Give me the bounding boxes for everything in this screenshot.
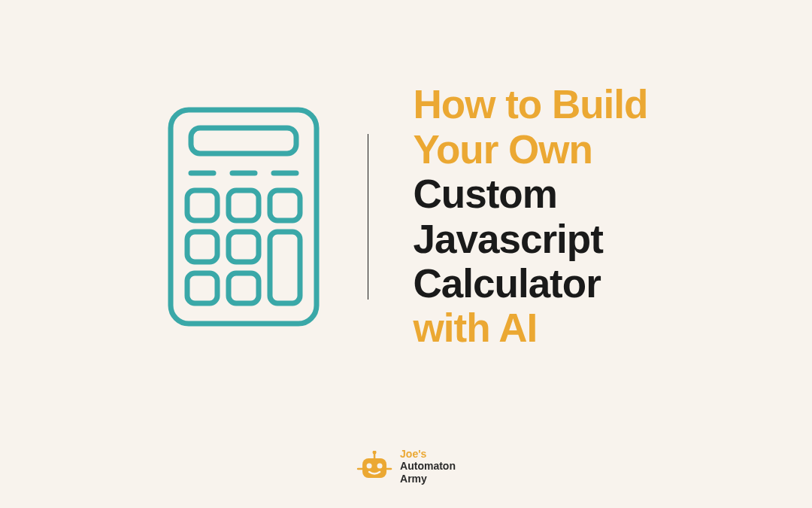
svg-rect-1: [191, 128, 296, 154]
icon-section: [165, 104, 323, 330]
page-title: How to Build Your Own Custom Javascript …: [414, 82, 648, 350]
svg-point-18: [367, 463, 372, 468]
logo-line-3: Army: [400, 473, 456, 485]
svg-point-19: [377, 463, 383, 468]
logo-text: Joe's Automaton Army: [400, 448, 456, 485]
title-line-4: Javascript: [414, 217, 648, 261]
svg-rect-7: [270, 190, 300, 221]
title-line-2: Your Own: [414, 127, 648, 172]
title-line-6: with AI: [414, 306, 648, 350]
calculator-icon: [165, 104, 323, 330]
svg-rect-11: [229, 273, 259, 303]
svg-rect-8: [187, 232, 217, 262]
title-line-1: How to Build: [414, 82, 648, 126]
title-section: How to Build Your Own Custom Javascript …: [414, 82, 648, 350]
svg-rect-15: [362, 458, 386, 478]
title-line-3: Custom: [414, 172, 648, 216]
main-content: How to Build Your Own Custom Javascript …: [0, 0, 812, 508]
robot-icon: [356, 451, 392, 482]
svg-rect-9: [229, 232, 259, 262]
logo-line-2: Automaton: [400, 460, 456, 473]
brand-logo: Joe's Automaton Army: [356, 448, 456, 485]
vertical-divider: [368, 134, 368, 300]
svg-rect-6: [229, 190, 259, 221]
logo-line-1: Joe's: [400, 448, 456, 461]
svg-rect-12: [270, 232, 300, 303]
title-line-5: Calculator: [414, 261, 648, 306]
svg-rect-10: [187, 273, 217, 303]
svg-point-14: [373, 451, 377, 455]
svg-rect-5: [187, 190, 217, 221]
